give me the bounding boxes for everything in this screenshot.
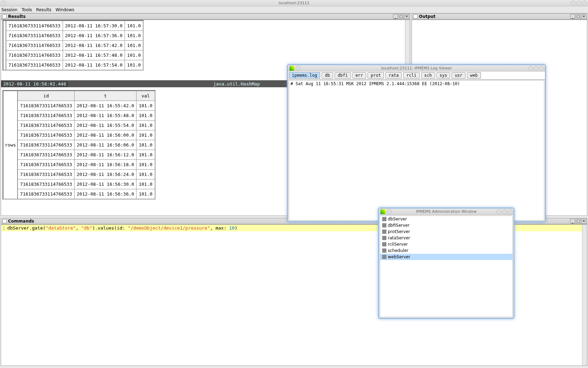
admin-tree[interactable]: dbServerdbfiServerprotServerrataServerrc… [380, 216, 513, 317]
commands-close-button[interactable]: ✕ [581, 219, 586, 224]
results-min-button[interactable]: _ [393, 14, 398, 19]
log-tab-err[interactable]: err [352, 72, 366, 79]
admin-tree-item[interactable]: rataServer [380, 235, 512, 241]
log-viewer-max-button[interactable] [534, 66, 539, 71]
log-tab-prot[interactable]: prot [368, 72, 384, 79]
table-cell: 2012-08-11 16:56:00.0 [75, 130, 136, 140]
menu-results[interactable]: Results [36, 7, 51, 12]
log-tab-sys[interactable]: sys [436, 72, 450, 79]
commands-max-button[interactable]: ▢ [576, 219, 581, 224]
column-header[interactable]: id [18, 91, 75, 101]
server-icon [382, 223, 386, 227]
admin-close-button[interactable] [508, 209, 513, 214]
minimize-button[interactable] [571, 1, 576, 6]
table-cell: 101.0 [136, 150, 155, 160]
table-row[interactable]: 71618367331147665332012-08-11 16:55:48.0… [18, 111, 155, 121]
admin-titlebar[interactable]: IPMEMS Administration Window [379, 209, 513, 215]
log-tab-dbfi[interactable]: dbfi [335, 72, 351, 79]
table-cell: 101.0 [125, 41, 143, 50]
commands-scrollbar[interactable] [582, 225, 587, 366]
log-viewer-app-icon [289, 66, 294, 71]
table-row[interactable]: 71618367331147665332012-08-11 16:57:54.0… [6, 60, 143, 70]
table-row[interactable]: 71618367331147665332012-08-11 16:56:06.0… [18, 140, 155, 150]
table-cell: 7161836733114766533 [18, 140, 75, 150]
output-max-button[interactable]: ▢ [576, 14, 581, 19]
log-tab-web[interactable]: web [467, 72, 481, 79]
table-cell: 101.0 [136, 130, 155, 140]
rows-label: rows [3, 91, 18, 199]
output-min-button[interactable]: _ [570, 14, 575, 19]
line-number: 1 [2, 225, 5, 231]
table-cell: 101.0 [125, 21, 143, 31]
admin-max-button[interactable] [502, 209, 507, 214]
tree-item-label: dbServer [388, 217, 407, 222]
table-cell: 7161836733114766533 [18, 170, 75, 179]
table-row[interactable]: 71618367331147665332012-08-11 16:57:36.0… [6, 31, 143, 41]
code-token: "dataStore" [46, 225, 76, 231]
log-tab-rcli[interactable]: rcli [403, 72, 420, 79]
close-button[interactable] [582, 1, 587, 6]
log-viewer-content[interactable]: # Sat Aug 11 16:55:31 MSK 2012 IPMEMS 2.… [289, 80, 544, 220]
table-row[interactable]: 71618367331147665332012-08-11 16:57:48.0… [6, 50, 143, 60]
menu-session[interactable]: Session [1, 7, 18, 12]
log-tab-db[interactable]: db [322, 72, 333, 79]
table-row[interactable]: 71618367331147665332012-08-11 16:55:42.0… [18, 101, 155, 111]
table-cell: 2012-08-11 16:56:30.0 [75, 179, 136, 189]
log-tab-sch[interactable]: sch [421, 72, 435, 79]
admin-roll-button[interactable] [387, 209, 392, 214]
log-viewer-titlebar[interactable]: localhost:23111: IPMEMS Log Viewer [288, 65, 545, 71]
table-row[interactable]: 71618367331147665332012-08-11 16:57:42.0… [6, 41, 143, 50]
table-cell: 7161836733114766533 [18, 130, 75, 140]
table-row[interactable]: 71618367331147665332012-08-11 16:56:36.0… [18, 189, 155, 199]
tree-item-label: webServer [388, 254, 410, 259]
window-menu-icon[interactable] [1, 1, 6, 6]
server-icon [382, 242, 386, 246]
server-icon [382, 248, 386, 253]
column-header[interactable]: val [136, 91, 155, 101]
table-cell: 2012-08-11 16:56:36.0 [75, 189, 136, 199]
menu-tools[interactable]: Tools [22, 7, 32, 12]
table-row[interactable]: 71618367331147665332012-08-11 16:56:18.0… [18, 160, 155, 170]
column-header[interactable]: t [75, 91, 136, 101]
tree-item-label: protServer [388, 229, 410, 234]
table-cell: 7161836733114766533 [18, 150, 75, 160]
output-pane-icon [413, 14, 418, 19]
results-max-button[interactable]: ▢ [399, 14, 404, 19]
admin-tree-item[interactable]: protServer [380, 229, 512, 235]
table-cell: 7161836733114766533 [18, 111, 75, 121]
admin-window[interactable]: IPMEMS Administration Window dbServerdbf… [378, 207, 514, 319]
table-row[interactable]: 71618367331147665332012-08-11 16:57:30.0… [6, 21, 143, 31]
table-cell: 101.0 [136, 170, 155, 179]
server-icon [382, 217, 386, 221]
table-row[interactable]: 71618367331147665332012-08-11 16:56:24.0… [18, 170, 155, 179]
results-title: Results [8, 14, 26, 19]
code-token: ) [234, 225, 237, 231]
admin-tree-item[interactable]: webServer [380, 254, 512, 260]
log-tab-ipmems-log[interactable]: ipmems.log [289, 72, 320, 79]
admin-tree-item[interactable]: scheduler [380, 247, 512, 254]
log-tab-rata[interactable]: rata [385, 72, 402, 79]
results-close-button[interactable]: ✕ [404, 14, 409, 19]
table-row[interactable]: 71618367331147665332012-08-11 16:55:54.0… [18, 121, 155, 130]
table-row[interactable]: 71618367331147665332012-08-11 16:56:12.0… [18, 150, 155, 160]
table-cell: 2012-08-11 16:55:48.0 [75, 111, 136, 121]
table-cell: 7161836733114766533 [6, 41, 63, 50]
admin-tree-item[interactable]: dbServer [380, 216, 512, 222]
log-viewer-window[interactable]: localhost:23111: IPMEMS Log Viewer ipmem… [287, 64, 546, 222]
log-tab-usr[interactable]: usr [451, 72, 465, 79]
admin-tree-item[interactable]: rcliServer [380, 241, 512, 247]
log-viewer-min-button[interactable] [528, 66, 533, 71]
table-row[interactable]: 71618367331147665332012-08-11 16:56:00.0… [18, 130, 155, 140]
menu-windows[interactable]: Windows [56, 7, 75, 12]
log-viewer-roll-button[interactable] [296, 66, 301, 71]
admin-min-button[interactable] [497, 209, 502, 214]
window-title: localhost:23111 [279, 1, 309, 5]
maximize-button[interactable] [576, 1, 581, 6]
table-cell: 2012-08-11 16:55:42.0 [75, 101, 136, 111]
log-viewer-close-button[interactable] [539, 66, 544, 71]
commands-min-button[interactable]: _ [570, 219, 575, 224]
tree-item-label: rataServer [388, 236, 410, 240]
output-close-button[interactable]: ✕ [581, 14, 586, 19]
table-row[interactable]: 71618367331147665332012-08-11 16:56:30.0… [18, 179, 155, 189]
admin-tree-item[interactable]: dbfiServer [380, 222, 512, 229]
